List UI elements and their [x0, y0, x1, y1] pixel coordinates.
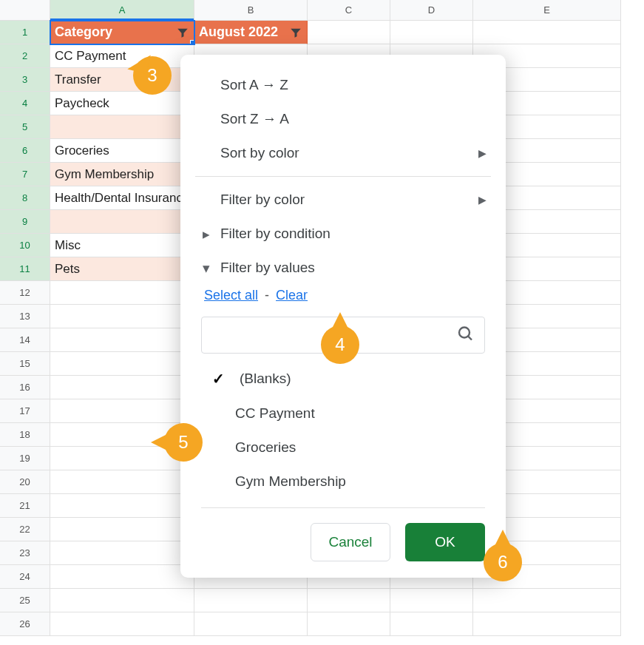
sort-z-a-label: Sort Z → A — [220, 111, 289, 127]
cell[interactable] — [50, 210, 194, 234]
column-header-e[interactable]: E — [473, 0, 621, 21]
row-header-12[interactable]: 12 — [0, 280, 50, 305]
cell[interactable] — [50, 399, 194, 423]
row-header-11[interactable]: 11 — [0, 257, 50, 281]
cell[interactable] — [390, 612, 473, 636]
column-header-c[interactable]: C — [308, 0, 390, 21]
filter-value-item[interactable]: Groceries — [206, 430, 478, 465]
sort-a-z[interactable]: Sort A → Z — [180, 68, 506, 102]
column-headers: ABCDE — [0, 0, 644, 21]
cell[interactable] — [50, 376, 194, 399]
select-all-corner[interactable] — [0, 0, 50, 21]
filter-value-item[interactable]: CC Payment — [206, 396, 478, 430]
row-header-9[interactable]: 9 — [0, 209, 50, 234]
cell[interactable] — [390, 21, 473, 44]
sort-a-z-label: Sort A → Z — [220, 77, 288, 93]
row-header-10[interactable]: 10 — [0, 233, 50, 257]
cell[interactable] — [390, 589, 473, 612]
row-header-17[interactable]: 17 — [0, 399, 50, 423]
row-header-15[interactable]: 15 — [0, 351, 50, 376]
cell[interactable] — [473, 612, 621, 636]
row-header-16[interactable]: 16 — [0, 375, 50, 399]
filter-by-condition[interactable]: ▸ Filter by condition — [180, 217, 506, 251]
column-header-a[interactable]: A — [50, 0, 194, 21]
row-header-14[interactable]: 14 — [0, 328, 50, 352]
cell[interactable] — [50, 470, 194, 494]
row-header-25[interactable]: 25 — [0, 588, 50, 612]
row-header-24[interactable]: 24 — [0, 564, 50, 589]
cell[interactable] — [50, 328, 194, 352]
cell[interactable] — [50, 518, 194, 541]
select-all-link[interactable]: Select all — [204, 288, 258, 303]
sort-z-a[interactable]: Sort Z → A — [180, 102, 506, 136]
filter-by-values[interactable]: ▾ Filter by values — [180, 251, 506, 285]
filter-by-color[interactable]: Filter by color ▶ — [180, 183, 506, 217]
filter-value-item[interactable]: ✓(Blanks) — [206, 361, 478, 396]
row-header-19[interactable]: 19 — [0, 446, 50, 470]
cell[interactable]: Health/Dental Insurance — [50, 186, 194, 210]
cell[interactable] — [50, 352, 194, 376]
column-header-b[interactable]: B — [194, 0, 308, 21]
cell[interactable]: Misc — [50, 234, 194, 257]
cell[interactable] — [50, 281, 194, 305]
cell[interactable]: Gym Membership — [50, 163, 194, 186]
cancel-button[interactable]: Cancel — [311, 523, 390, 561]
row-header-20[interactable]: 20 — [0, 470, 50, 494]
cell[interactable]: Groceries — [50, 139, 194, 163]
check-icon: ✓ — [210, 370, 226, 388]
cell[interactable] — [473, 21, 621, 44]
row-header-21[interactable]: 21 — [0, 493, 50, 518]
row-header-1[interactable]: 1 — [0, 20, 50, 44]
cell[interactable] — [308, 21, 390, 44]
callout-label: 4 — [335, 334, 345, 355]
clear-link[interactable]: Clear — [276, 288, 308, 303]
cell[interactable] — [308, 612, 390, 636]
header-cell-month[interactable]: August 2022 — [194, 21, 308, 44]
sort-by-color-label: Sort by color — [220, 145, 299, 161]
cell[interactable] — [50, 305, 194, 328]
search-icon — [457, 325, 475, 345]
filter-by-color-label: Filter by color — [220, 192, 305, 208]
header-cell-category[interactable]: Category — [50, 21, 194, 44]
callout-label: 6 — [498, 552, 507, 573]
filter-icon[interactable] — [289, 26, 302, 39]
row-header-6[interactable]: 6 — [0, 138, 50, 163]
cell[interactable]: Transfer — [50, 68, 194, 92]
cell[interactable]: CC Payment — [50, 44, 194, 68]
cell[interactable] — [50, 115, 194, 139]
submenu-arrow-icon: ▶ — [478, 194, 487, 206]
filter-value-item[interactable]: Gym Membership — [206, 465, 478, 499]
row-header-7[interactable]: 7 — [0, 162, 50, 186]
row-header-23[interactable]: 23 — [0, 541, 50, 565]
row-header-18[interactable]: 18 — [0, 422, 50, 447]
cell[interactable] — [50, 494, 194, 518]
cell[interactable] — [50, 541, 194, 565]
row-header-13[interactable]: 13 — [0, 304, 50, 328]
column-header-d[interactable]: D — [390, 0, 473, 21]
row-header-4[interactable]: 4 — [0, 91, 50, 115]
row-header-3[interactable]: 3 — [0, 67, 50, 92]
cell[interactable]: Paycheck — [50, 92, 194, 115]
selection-handle[interactable] — [190, 40, 194, 44]
cell[interactable] — [50, 565, 194, 589]
cell[interactable] — [194, 589, 308, 612]
sort-by-color[interactable]: Sort by color ▶ — [180, 136, 506, 170]
cell[interactable]: Pets — [50, 257, 194, 281]
row-header-22[interactable]: 22 — [0, 517, 50, 541]
cell[interactable] — [308, 589, 390, 612]
row-header-8[interactable]: 8 — [0, 186, 50, 210]
callout-5: 5 — [164, 423, 203, 462]
cell[interactable] — [50, 612, 194, 636]
row-header-26[interactable]: 26 — [0, 612, 50, 636]
row-header-2[interactable]: 2 — [0, 44, 50, 68]
cell[interactable] — [50, 589, 194, 612]
filter-icon[interactable] — [176, 26, 189, 39]
filter-value-links: Select all - Clear — [180, 285, 506, 311]
cell[interactable] — [473, 589, 621, 612]
filter-by-values-label: Filter by values — [220, 260, 315, 276]
callout-label: 3 — [147, 65, 157, 86]
filter-values-list[interactable]: ✓(Blanks)CC PaymentGroceriesGym Membersh… — [206, 361, 485, 499]
row-header-5[interactable]: 5 — [0, 115, 50, 139]
ok-button[interactable]: OK — [405, 523, 485, 561]
cell[interactable] — [194, 612, 308, 636]
